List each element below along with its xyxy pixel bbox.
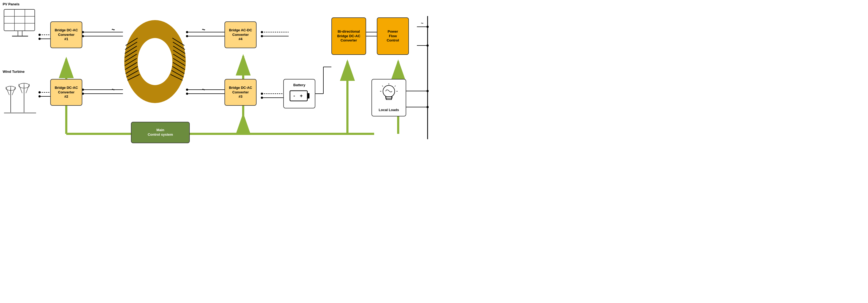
svg-text:~: ~ [421,21,423,25]
svg-point-44 [427,45,429,47]
pv-panels-label: PV Panels [3,2,20,6]
pv-panel-icon [3,8,37,37]
svg-point-43 [427,26,429,28]
svg-point-83 [137,38,173,85]
wind-turbine-label: Wind Turbine [3,70,25,74]
svg-point-10 [38,95,41,98]
svg-text:-: - [293,93,295,99]
svg-point-34 [261,97,263,99]
power-flow-box: PowerFlowControl [377,18,409,55]
svg-line-115 [382,86,383,86]
svg-rect-106 [307,93,309,99]
svg-line-78 [19,84,22,93]
main-control-box: MainControl system [131,122,190,143]
svg-point-30 [261,35,263,37]
svg-text:⏦: ⏦ [112,87,115,92]
svg-text:+: + [300,93,303,99]
svg-rect-105 [290,91,307,101]
local-loads-box: - + Local Loads [371,79,406,116]
wind-turbine-icon [3,78,37,115]
converter-2-label: Bridge DC-ACConverter#2 [55,86,78,99]
svg-point-45 [427,90,429,92]
svg-point-5 [38,34,41,36]
converter-1-label: Bridge DC-ACConverter#1 [55,28,78,42]
svg-point-46 [427,106,429,108]
converter-3-label: Bridge DC-ACConverter#3 [229,86,252,99]
converter-2-box: Bridge DC-ACConverter#2 [50,79,82,106]
svg-text:⏦: ⏦ [112,27,115,32]
main-control-label: MainControl system [148,128,173,137]
svg-text:+: + [391,96,393,99]
converter-4-box: Bridge AC-DCConverter#4 [224,21,256,48]
svg-line-113 [395,86,396,86]
svg-line-79 [26,84,29,93]
svg-text:⏦: ⏦ [202,87,205,92]
converter-3-box: Bridge DC-ACConverter#3 [224,79,256,106]
battery-label: Battery [289,83,310,87]
svg-rect-63 [4,9,35,31]
svg-text:⏦: ⏦ [202,27,205,32]
bidir-converter-box: Bi-directionalBridge DC-ACConverter [331,18,366,55]
bidir-converter-label: Bi-directionalBridge DC-ACConverter [337,29,361,43]
power-flow-label: PowerFlowControl [387,29,399,43]
svg-point-29 [261,31,263,33]
svg-point-9 [38,91,41,93]
converter-1-box: Bridge DC-ACConverter#1 [50,21,82,48]
diagram: ⏦ ⏦ ⏦ ⏦ ~ PV Panels Wind Turbine [0,0,434,152]
svg-line-73 [6,87,9,95]
svg-text:-: - [386,96,387,99]
local-loads-label: Local Loads [378,108,400,112]
svg-point-109 [383,85,395,97]
converter-4-label: Bridge AC-DCConverter#4 [229,28,252,42]
toroid-transformer [123,16,187,107]
battery-box: Battery - + [283,79,315,108]
svg-line-74 [12,87,16,95]
svg-point-33 [261,92,263,95]
svg-point-6 [38,38,41,40]
